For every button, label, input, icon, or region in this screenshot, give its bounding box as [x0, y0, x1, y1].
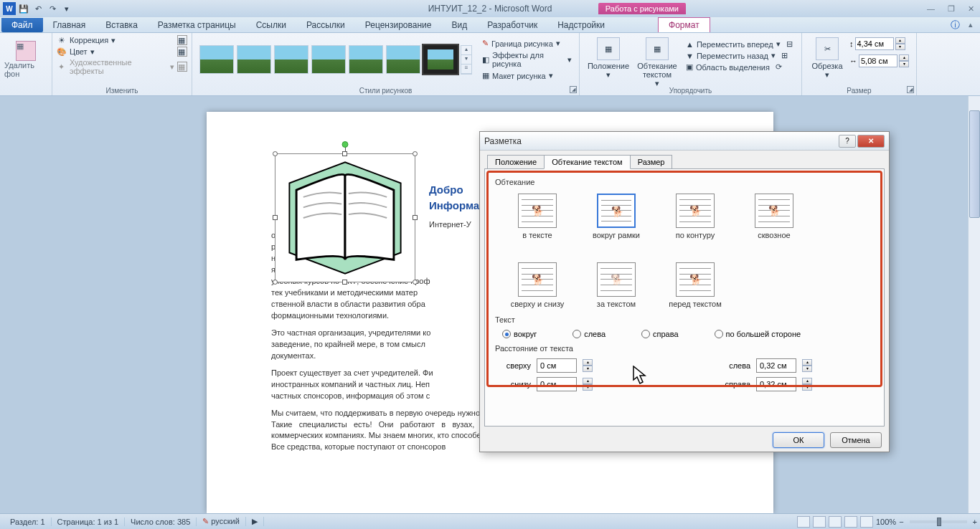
style-thumb[interactable] — [237, 45, 271, 74]
gallery-more-button[interactable]: ▴▾≡ — [461, 45, 472, 75]
style-thumb[interactable] — [199, 45, 234, 74]
status-words[interactable]: Число слов: 385 — [125, 518, 197, 526]
wrap-opt-square[interactable]: 🐕вокруг рамки — [588, 194, 644, 239]
dialog-tab-position[interactable]: Положение — [487, 155, 545, 168]
picture-layout-button[interactable]: ▦Макет рисунка▾ — [482, 70, 572, 82]
styles-dialog-launcher[interactable]: ◢ — [570, 86, 577, 93]
tab-view[interactable]: Вид — [441, 18, 477, 32]
picture-border-button[interactable]: ✎Граница рисунка▾ — [482, 37, 572, 49]
dist-right-input[interactable] — [756, 377, 796, 391]
tab-review[interactable]: Рецензирование — [355, 18, 442, 32]
width-input[interactable] — [859, 54, 897, 67]
qat-more-icon[interactable]: ▾ — [60, 2, 73, 15]
dialog-help-button[interactable]: ? — [839, 135, 856, 148]
style-thumb[interactable] — [274, 45, 308, 74]
radio-largest[interactable]: по большей стороне — [715, 330, 801, 338]
style-thumb[interactable] — [349, 45, 383, 74]
resize-handle[interactable] — [273, 215, 278, 220]
height-spinner[interactable]: ▴▾ — [895, 37, 905, 50]
zoom-in-button[interactable]: + — [973, 518, 977, 526]
radio-left[interactable]: слева — [573, 330, 606, 338]
status-section[interactable]: Раздел: 1 — [4, 518, 52, 526]
style-thumb-selected[interactable] — [423, 45, 458, 74]
status-macro[interactable]: ▶ — [246, 517, 264, 526]
width-spinner[interactable]: ▴▾ — [899, 54, 909, 67]
view-print-button[interactable] — [797, 516, 810, 528]
view-web-button[interactable] — [829, 516, 842, 528]
zoom-level[interactable]: 100% — [876, 518, 896, 526]
vertical-scrollbar[interactable] — [968, 96, 980, 513]
view-read-button[interactable] — [813, 516, 826, 528]
resize-handle[interactable] — [273, 151, 278, 156]
dialog-close-button[interactable]: ✕ — [857, 135, 885, 148]
crop-button[interactable]: ✂Обрезка▾ — [809, 37, 845, 80]
size-dialog-launcher[interactable]: ◢ — [907, 86, 914, 93]
tab-pagelayout[interactable]: Разметка страницы — [148, 18, 246, 32]
save-icon[interactable]: 💾 — [17, 2, 30, 15]
zoom-slider[interactable] — [910, 520, 967, 523]
tab-insert[interactable]: Вставка — [95, 18, 148, 32]
tab-references[interactable]: Ссылки — [246, 18, 296, 32]
spinner[interactable]: ▴▾ — [802, 359, 812, 372]
remove-background-button[interactable]: ▦ Удалить фон — [4, 34, 47, 85]
spinner[interactable]: ▴▾ — [802, 378, 812, 391]
wrap-opt-tight[interactable]: 🐕по контуру — [667, 194, 723, 239]
dialog-titlebar[interactable]: Разметка ? ✕ — [480, 132, 889, 151]
view-draft-button[interactable] — [860, 516, 873, 528]
tab-format[interactable]: Формат — [658, 17, 710, 32]
resize-handle[interactable] — [413, 215, 418, 220]
spinner[interactable]: ▴▾ — [583, 378, 593, 391]
wrap-opt-topbottom[interactable]: 🐕сверху и снизу — [509, 262, 565, 308]
status-lang[interactable]: ✎ русский — [197, 517, 246, 526]
selection-pane-button[interactable]: ▣Область выделения⟳ — [686, 62, 793, 72]
send-backward-button[interactable]: ▼Переместить назад▾⊞ — [686, 50, 793, 61]
view-outline-button[interactable] — [844, 516, 857, 528]
ok-button[interactable]: ОК — [773, 432, 824, 448]
cancel-button[interactable]: Отмена — [830, 432, 882, 448]
tab-developer[interactable]: Разработчик — [477, 18, 547, 32]
bring-forward-button[interactable]: ▲Переместить вперед▾⊟ — [686, 39, 793, 49]
picture-styles-gallery[interactable]: ▴▾≡ — [197, 42, 475, 77]
dialog-tab-size[interactable]: Размер — [630, 155, 673, 168]
collapse-ribbon-icon[interactable]: ▴ — [969, 20, 973, 29]
resize-handle[interactable] — [413, 151, 418, 156]
minimize-icon[interactable]: — — [927, 4, 935, 14]
undo-icon[interactable]: ↶ — [32, 2, 44, 15]
dist-top-input[interactable] — [537, 358, 577, 373]
zoom-out-button[interactable]: − — [899, 518, 903, 526]
scroll-thumb[interactable] — [969, 110, 980, 218]
color-button[interactable]: 🎨Цвет▾▦ — [57, 46, 187, 57]
close-icon[interactable]: ✕ — [968, 4, 974, 14]
selected-image[interactable] — [275, 153, 415, 282]
radio-around[interactable]: вокруг — [502, 330, 537, 338]
tab-addins[interactable]: Надстройки — [547, 18, 615, 32]
radio-right[interactable]: справа — [641, 330, 679, 338]
resize-handle[interactable] — [413, 280, 418, 285]
position-button[interactable]: ▦Положение▾ — [587, 37, 630, 80]
tab-mailings[interactable]: Рассылки — [296, 18, 355, 32]
dist-bottom-input[interactable] — [537, 377, 577, 391]
restore-icon[interactable]: ❐ — [948, 4, 955, 14]
style-thumb[interactable] — [386, 45, 420, 74]
wrap-text-button[interactable]: ▦Обтекание текстом▾ — [636, 37, 679, 88]
file-tab[interactable]: Файл — [1, 18, 43, 32]
height-input[interactable] — [855, 37, 894, 50]
style-thumb[interactable] — [311, 45, 346, 74]
rotate-handle[interactable] — [342, 141, 349, 148]
resize-handle[interactable] — [342, 280, 347, 285]
wrap-opt-inline[interactable]: 🐕в тексте — [509, 194, 565, 239]
wrap-opt-behind[interactable]: 🐕за текстом — [588, 262, 644, 308]
redo-icon[interactable]: ↷ — [46, 2, 59, 15]
dist-left-input[interactable] — [756, 358, 796, 373]
resize-handle[interactable] — [342, 151, 347, 156]
tab-home[interactable]: Главная — [43, 18, 96, 32]
help-icon[interactable]: ⓘ — [951, 19, 960, 32]
corrections-button[interactable]: ☀Коррекция▾▦ — [57, 34, 187, 46]
resize-handle[interactable] — [273, 280, 278, 285]
dialog-tab-wrap[interactable]: Обтекание текстом — [544, 155, 631, 169]
wrap-opt-front[interactable]: 🐕перед текстом — [667, 262, 723, 308]
status-page[interactable]: Страница: 1 из 1 — [52, 518, 126, 526]
spinner[interactable]: ▴▾ — [583, 359, 593, 372]
picture-effects-button[interactable]: ◧Эффекты для рисунка▾ — [482, 49, 572, 70]
wrap-opt-through[interactable]: 🐕сквозное — [746, 194, 802, 239]
